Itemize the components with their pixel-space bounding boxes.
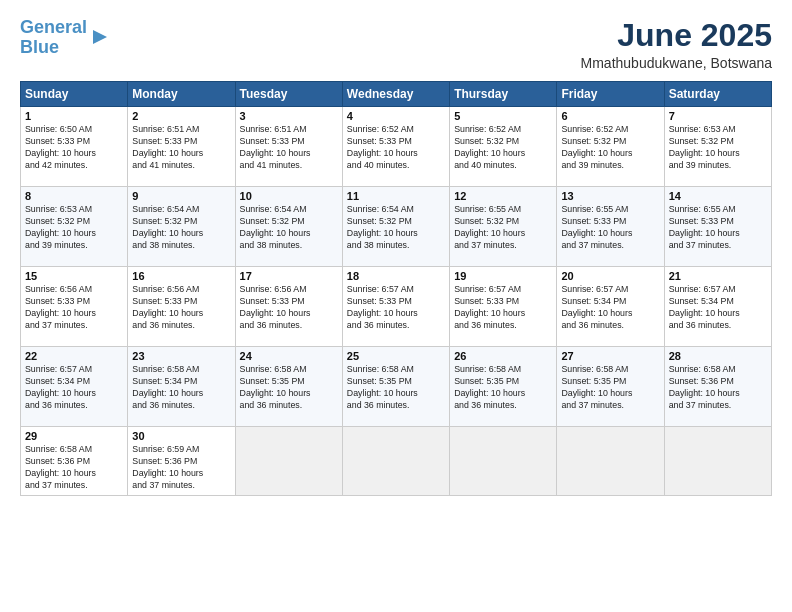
day-info: Sunrise: 6:58 AM Sunset: 5:36 PM Dayligh…: [669, 364, 767, 412]
day-info: Sunrise: 6:50 AM Sunset: 5:33 PM Dayligh…: [25, 124, 123, 172]
col-wednesday: Wednesday: [342, 82, 449, 107]
table-row: 15Sunrise: 6:56 AM Sunset: 5:33 PM Dayli…: [21, 267, 128, 347]
day-number: 17: [240, 270, 338, 282]
table-row: 4Sunrise: 6:52 AM Sunset: 5:33 PM Daylig…: [342, 107, 449, 187]
col-tuesday: Tuesday: [235, 82, 342, 107]
table-row: 27Sunrise: 6:58 AM Sunset: 5:35 PM Dayli…: [557, 347, 664, 427]
table-row: 10Sunrise: 6:54 AM Sunset: 5:32 PM Dayli…: [235, 187, 342, 267]
day-number: 9: [132, 190, 230, 202]
header: GeneralBlue June 2025 Mmathubudukwane, B…: [20, 18, 772, 71]
table-row: 18Sunrise: 6:57 AM Sunset: 5:33 PM Dayli…: [342, 267, 449, 347]
day-info: Sunrise: 6:54 AM Sunset: 5:32 PM Dayligh…: [240, 204, 338, 252]
day-number: 30: [132, 430, 230, 442]
day-info: Sunrise: 6:58 AM Sunset: 5:35 PM Dayligh…: [347, 364, 445, 412]
table-row: 13Sunrise: 6:55 AM Sunset: 5:33 PM Dayli…: [557, 187, 664, 267]
calendar-page: GeneralBlue June 2025 Mmathubudukwane, B…: [0, 0, 792, 612]
table-row: 25Sunrise: 6:58 AM Sunset: 5:35 PM Dayli…: [342, 347, 449, 427]
logo: GeneralBlue: [20, 18, 109, 58]
day-number: 22: [25, 350, 123, 362]
day-info: Sunrise: 6:52 AM Sunset: 5:32 PM Dayligh…: [561, 124, 659, 172]
day-info: Sunrise: 6:54 AM Sunset: 5:32 PM Dayligh…: [132, 204, 230, 252]
day-info: Sunrise: 6:59 AM Sunset: 5:36 PM Dayligh…: [132, 444, 230, 492]
day-number: 4: [347, 110, 445, 122]
table-row: 22Sunrise: 6:57 AM Sunset: 5:34 PM Dayli…: [21, 347, 128, 427]
day-number: 6: [561, 110, 659, 122]
day-number: 29: [25, 430, 123, 442]
day-number: 21: [669, 270, 767, 282]
table-row: [664, 427, 771, 496]
day-number: 12: [454, 190, 552, 202]
table-row: 3Sunrise: 6:51 AM Sunset: 5:33 PM Daylig…: [235, 107, 342, 187]
day-info: Sunrise: 6:57 AM Sunset: 5:34 PM Dayligh…: [561, 284, 659, 332]
logo-text: GeneralBlue: [20, 18, 87, 58]
day-info: Sunrise: 6:53 AM Sunset: 5:32 PM Dayligh…: [25, 204, 123, 252]
day-info: Sunrise: 6:58 AM Sunset: 5:35 PM Dayligh…: [561, 364, 659, 412]
day-info: Sunrise: 6:56 AM Sunset: 5:33 PM Dayligh…: [132, 284, 230, 332]
table-row: 12Sunrise: 6:55 AM Sunset: 5:32 PM Dayli…: [450, 187, 557, 267]
table-row: 21Sunrise: 6:57 AM Sunset: 5:34 PM Dayli…: [664, 267, 771, 347]
table-row: 24Sunrise: 6:58 AM Sunset: 5:35 PM Dayli…: [235, 347, 342, 427]
table-row: 5Sunrise: 6:52 AM Sunset: 5:32 PM Daylig…: [450, 107, 557, 187]
table-row: 6Sunrise: 6:52 AM Sunset: 5:32 PM Daylig…: [557, 107, 664, 187]
day-number: 24: [240, 350, 338, 362]
day-number: 25: [347, 350, 445, 362]
table-row: 20Sunrise: 6:57 AM Sunset: 5:34 PM Dayli…: [557, 267, 664, 347]
table-row: [342, 427, 449, 496]
table-row: 7Sunrise: 6:53 AM Sunset: 5:32 PM Daylig…: [664, 107, 771, 187]
table-row: 28Sunrise: 6:58 AM Sunset: 5:36 PM Dayli…: [664, 347, 771, 427]
day-number: 19: [454, 270, 552, 282]
col-thursday: Thursday: [450, 82, 557, 107]
day-info: Sunrise: 6:57 AM Sunset: 5:34 PM Dayligh…: [25, 364, 123, 412]
calendar-subtitle: Mmathubudukwane, Botswana: [581, 55, 772, 71]
table-row: 2Sunrise: 6:51 AM Sunset: 5:33 PM Daylig…: [128, 107, 235, 187]
day-number: 18: [347, 270, 445, 282]
day-info: Sunrise: 6:58 AM Sunset: 5:35 PM Dayligh…: [240, 364, 338, 412]
day-number: 23: [132, 350, 230, 362]
day-number: 15: [25, 270, 123, 282]
table-row: 9Sunrise: 6:54 AM Sunset: 5:32 PM Daylig…: [128, 187, 235, 267]
day-info: Sunrise: 6:51 AM Sunset: 5:33 PM Dayligh…: [240, 124, 338, 172]
day-info: Sunrise: 6:58 AM Sunset: 5:35 PM Dayligh…: [454, 364, 552, 412]
table-row: [450, 427, 557, 496]
day-info: Sunrise: 6:56 AM Sunset: 5:33 PM Dayligh…: [240, 284, 338, 332]
day-info: Sunrise: 6:54 AM Sunset: 5:32 PM Dayligh…: [347, 204, 445, 252]
day-info: Sunrise: 6:51 AM Sunset: 5:33 PM Dayligh…: [132, 124, 230, 172]
table-row: [557, 427, 664, 496]
day-info: Sunrise: 6:55 AM Sunset: 5:33 PM Dayligh…: [669, 204, 767, 252]
table-row: 23Sunrise: 6:58 AM Sunset: 5:34 PM Dayli…: [128, 347, 235, 427]
col-saturday: Saturday: [664, 82, 771, 107]
day-number: 20: [561, 270, 659, 282]
table-row: 29Sunrise: 6:58 AM Sunset: 5:36 PM Dayli…: [21, 427, 128, 496]
day-info: Sunrise: 6:52 AM Sunset: 5:32 PM Dayligh…: [454, 124, 552, 172]
table-row: 17Sunrise: 6:56 AM Sunset: 5:33 PM Dayli…: [235, 267, 342, 347]
day-info: Sunrise: 6:58 AM Sunset: 5:34 PM Dayligh…: [132, 364, 230, 412]
table-row: 8Sunrise: 6:53 AM Sunset: 5:32 PM Daylig…: [21, 187, 128, 267]
day-info: Sunrise: 6:57 AM Sunset: 5:33 PM Dayligh…: [347, 284, 445, 332]
day-info: Sunrise: 6:53 AM Sunset: 5:32 PM Dayligh…: [669, 124, 767, 172]
col-sunday: Sunday: [21, 82, 128, 107]
header-row: Sunday Monday Tuesday Wednesday Thursday…: [21, 82, 772, 107]
calendar-title: June 2025: [581, 18, 772, 53]
day-number: 8: [25, 190, 123, 202]
day-info: Sunrise: 6:56 AM Sunset: 5:33 PM Dayligh…: [25, 284, 123, 332]
day-number: 28: [669, 350, 767, 362]
day-number: 27: [561, 350, 659, 362]
day-number: 11: [347, 190, 445, 202]
day-number: 13: [561, 190, 659, 202]
day-number: 10: [240, 190, 338, 202]
day-info: Sunrise: 6:52 AM Sunset: 5:33 PM Dayligh…: [347, 124, 445, 172]
calendar-table: Sunday Monday Tuesday Wednesday Thursday…: [20, 81, 772, 496]
day-number: 7: [669, 110, 767, 122]
day-number: 2: [132, 110, 230, 122]
day-number: 5: [454, 110, 552, 122]
table-row: 14Sunrise: 6:55 AM Sunset: 5:33 PM Dayli…: [664, 187, 771, 267]
table-row: 16Sunrise: 6:56 AM Sunset: 5:33 PM Dayli…: [128, 267, 235, 347]
day-info: Sunrise: 6:57 AM Sunset: 5:33 PM Dayligh…: [454, 284, 552, 332]
table-row: 30Sunrise: 6:59 AM Sunset: 5:36 PM Dayli…: [128, 427, 235, 496]
day-info: Sunrise: 6:57 AM Sunset: 5:34 PM Dayligh…: [669, 284, 767, 332]
day-info: Sunrise: 6:58 AM Sunset: 5:36 PM Dayligh…: [25, 444, 123, 492]
table-row: [235, 427, 342, 496]
col-friday: Friday: [557, 82, 664, 107]
day-number: 16: [132, 270, 230, 282]
col-monday: Monday: [128, 82, 235, 107]
